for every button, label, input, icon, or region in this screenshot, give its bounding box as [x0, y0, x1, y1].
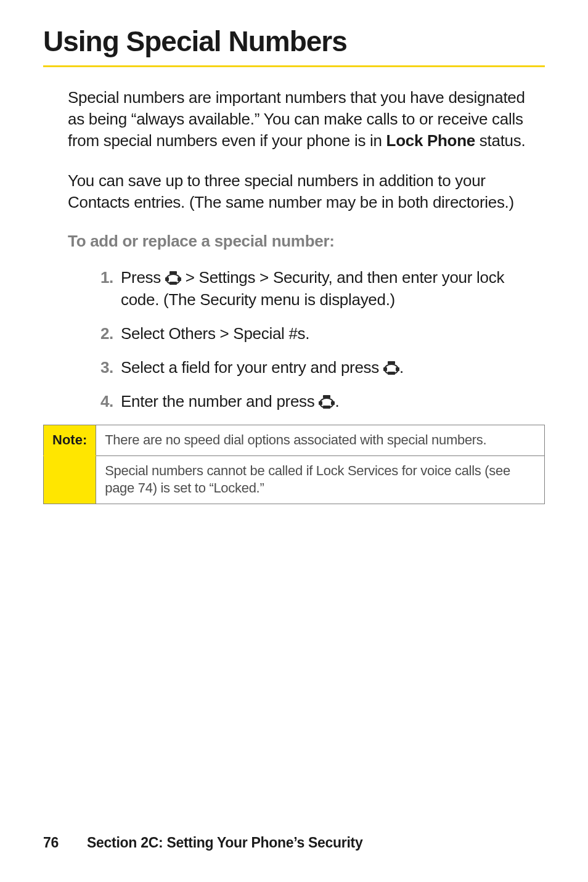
svg-rect-12: [319, 401, 322, 405]
step-bold-text: Others > Special #s: [168, 324, 305, 343]
step-bold-text: > Settings > Security: [181, 268, 329, 287]
note-box: Note: There are no speed dial options as…: [43, 425, 545, 504]
page-number: 76: [43, 835, 59, 851]
ok-key-icon: [383, 359, 399, 372]
ok-key-icon: [165, 269, 181, 282]
note-label-blank: [44, 455, 96, 504]
steps-list: 1.Press > Settings > Security, and then …: [86, 267, 539, 412]
section-label: Section 2C: Setting Your Phone’s Securit…: [87, 835, 362, 851]
step-text: Select: [121, 324, 168, 343]
step-3: 3.Select a field for your entry and pres…: [86, 357, 539, 378]
step-number: 2.: [86, 323, 113, 345]
page-title: Using Special Numbers: [43, 25, 545, 58]
svg-rect-14: [323, 406, 330, 409]
page-footer: 76 Section 2C: Setting Your Phone’s Secu…: [43, 835, 545, 851]
step-text: .: [305, 324, 309, 343]
step-text: Select a field for your entry and press: [121, 358, 383, 377]
step-text: Press: [121, 268, 165, 287]
p1-bold-lock-phone: Lock Phone: [386, 131, 475, 150]
note-label: Note:: [44, 425, 96, 455]
note-row-1: There are no speed dial options associat…: [96, 425, 545, 455]
step-number: 3.: [86, 357, 113, 378]
svg-rect-2: [165, 277, 169, 281]
intro-paragraph-2: You can save up to three special numbers…: [68, 170, 539, 213]
ok-key-icon: [319, 393, 335, 406]
svg-rect-9: [388, 372, 395, 375]
step-number: 1.: [86, 267, 113, 288]
step-text: Enter the number and press: [121, 392, 319, 410]
step-1: 1.Press > Settings > Security, and then …: [86, 267, 539, 310]
step-text: .: [399, 358, 404, 377]
step-2: 2.Select Others > Special #s.: [86, 323, 539, 345]
sub-heading: To add or replace a special number:: [68, 232, 545, 251]
svg-rect-7: [383, 367, 387, 371]
step-4: 4.Enter the number and press .: [86, 391, 539, 412]
intro-paragraph-1: Special numbers are important numbers th…: [68, 87, 539, 152]
note-row-2: Special numbers cannot be called if Lock…: [96, 455, 545, 504]
title-underline: [43, 65, 545, 67]
step-text: .: [335, 392, 339, 410]
p1-tail: status.: [475, 131, 525, 150]
step-number: 4.: [86, 391, 113, 412]
svg-rect-4: [169, 282, 177, 285]
